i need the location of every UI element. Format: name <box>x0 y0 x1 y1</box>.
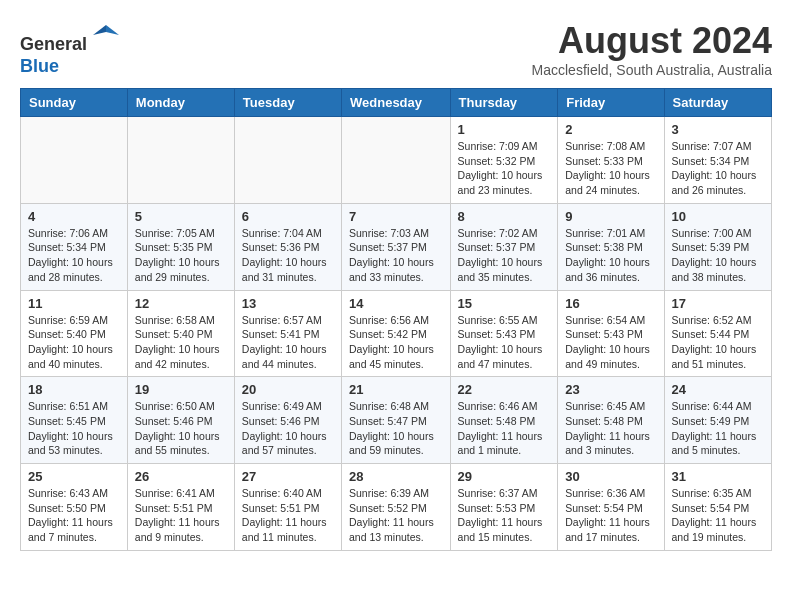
day-info: Sunrise: 7:00 AMSunset: 5:39 PMDaylight:… <box>672 226 764 285</box>
day-number: 21 <box>349 382 443 397</box>
day-number: 24 <box>672 382 764 397</box>
calendar-cell: 11Sunrise: 6:59 AMSunset: 5:40 PMDayligh… <box>21 290 128 377</box>
day-info: Sunrise: 7:02 AMSunset: 5:37 PMDaylight:… <box>458 226 551 285</box>
location-subtitle: Macclesfield, South Australia, Australia <box>532 62 772 78</box>
day-info: Sunrise: 6:45 AMSunset: 5:48 PMDaylight:… <box>565 399 656 458</box>
calendar-cell: 25Sunrise: 6:43 AMSunset: 5:50 PMDayligh… <box>21 464 128 551</box>
day-number: 3 <box>672 122 764 137</box>
calendar-cell: 26Sunrise: 6:41 AMSunset: 5:51 PMDayligh… <box>127 464 234 551</box>
month-year-title: August 2024 <box>532 20 772 62</box>
day-info: Sunrise: 6:35 AMSunset: 5:54 PMDaylight:… <box>672 486 764 545</box>
day-info: Sunrise: 6:59 AMSunset: 5:40 PMDaylight:… <box>28 313 120 372</box>
calendar-cell: 19Sunrise: 6:50 AMSunset: 5:46 PMDayligh… <box>127 377 234 464</box>
day-number: 17 <box>672 296 764 311</box>
svg-marker-1 <box>93 25 106 35</box>
svg-marker-0 <box>106 25 119 35</box>
calendar-cell <box>21 117 128 204</box>
calendar-cell: 6Sunrise: 7:04 AMSunset: 5:36 PMDaylight… <box>234 203 341 290</box>
day-number: 10 <box>672 209 764 224</box>
calendar-cell: 29Sunrise: 6:37 AMSunset: 5:53 PMDayligh… <box>450 464 558 551</box>
day-number: 6 <box>242 209 334 224</box>
week-row-1: 1Sunrise: 7:09 AMSunset: 5:32 PMDaylight… <box>21 117 772 204</box>
day-info: Sunrise: 6:43 AMSunset: 5:50 PMDaylight:… <box>28 486 120 545</box>
day-number: 26 <box>135 469 227 484</box>
day-info: Sunrise: 6:54 AMSunset: 5:43 PMDaylight:… <box>565 313 656 372</box>
calendar-cell: 18Sunrise: 6:51 AMSunset: 5:45 PMDayligh… <box>21 377 128 464</box>
day-number: 19 <box>135 382 227 397</box>
calendar-table: SundayMondayTuesdayWednesdayThursdayFrid… <box>20 88 772 551</box>
calendar-cell <box>234 117 341 204</box>
weekday-header-thursday: Thursday <box>450 89 558 117</box>
calendar-cell: 5Sunrise: 7:05 AMSunset: 5:35 PMDaylight… <box>127 203 234 290</box>
title-section: August 2024 Macclesfield, South Australi… <box>532 20 772 78</box>
week-row-5: 25Sunrise: 6:43 AMSunset: 5:50 PMDayligh… <box>21 464 772 551</box>
calendar-cell: 2Sunrise: 7:08 AMSunset: 5:33 PMDaylight… <box>558 117 664 204</box>
calendar-cell: 21Sunrise: 6:48 AMSunset: 5:47 PMDayligh… <box>342 377 451 464</box>
calendar-cell: 31Sunrise: 6:35 AMSunset: 5:54 PMDayligh… <box>664 464 771 551</box>
logo-blue: Blue <box>20 56 59 76</box>
calendar-cell: 13Sunrise: 6:57 AMSunset: 5:41 PMDayligh… <box>234 290 341 377</box>
day-info: Sunrise: 6:56 AMSunset: 5:42 PMDaylight:… <box>349 313 443 372</box>
calendar-cell: 16Sunrise: 6:54 AMSunset: 5:43 PMDayligh… <box>558 290 664 377</box>
weekday-header-row: SundayMondayTuesdayWednesdayThursdayFrid… <box>21 89 772 117</box>
calendar-cell: 28Sunrise: 6:39 AMSunset: 5:52 PMDayligh… <box>342 464 451 551</box>
day-number: 12 <box>135 296 227 311</box>
day-info: Sunrise: 6:44 AMSunset: 5:49 PMDaylight:… <box>672 399 764 458</box>
day-number: 4 <box>28 209 120 224</box>
weekday-header-wednesday: Wednesday <box>342 89 451 117</box>
calendar-cell: 10Sunrise: 7:00 AMSunset: 5:39 PMDayligh… <box>664 203 771 290</box>
logo: General Blue <box>20 20 121 77</box>
calendar-cell <box>127 117 234 204</box>
day-info: Sunrise: 6:58 AMSunset: 5:40 PMDaylight:… <box>135 313 227 372</box>
day-info: Sunrise: 6:51 AMSunset: 5:45 PMDaylight:… <box>28 399 120 458</box>
day-number: 1 <box>458 122 551 137</box>
day-number: 20 <box>242 382 334 397</box>
day-number: 27 <box>242 469 334 484</box>
calendar-cell: 4Sunrise: 7:06 AMSunset: 5:34 PMDaylight… <box>21 203 128 290</box>
day-info: Sunrise: 6:50 AMSunset: 5:46 PMDaylight:… <box>135 399 227 458</box>
day-number: 31 <box>672 469 764 484</box>
calendar-cell: 3Sunrise: 7:07 AMSunset: 5:34 PMDaylight… <box>664 117 771 204</box>
day-number: 16 <box>565 296 656 311</box>
day-info: Sunrise: 7:03 AMSunset: 5:37 PMDaylight:… <box>349 226 443 285</box>
day-number: 5 <box>135 209 227 224</box>
day-info: Sunrise: 6:49 AMSunset: 5:46 PMDaylight:… <box>242 399 334 458</box>
day-number: 28 <box>349 469 443 484</box>
day-number: 8 <box>458 209 551 224</box>
day-number: 25 <box>28 469 120 484</box>
day-info: Sunrise: 7:09 AMSunset: 5:32 PMDaylight:… <box>458 139 551 198</box>
calendar-cell: 22Sunrise: 6:46 AMSunset: 5:48 PMDayligh… <box>450 377 558 464</box>
day-info: Sunrise: 7:06 AMSunset: 5:34 PMDaylight:… <box>28 226 120 285</box>
calendar-cell: 17Sunrise: 6:52 AMSunset: 5:44 PMDayligh… <box>664 290 771 377</box>
page-header: General Blue August 2024 Macclesfield, S… <box>20 20 772 78</box>
day-info: Sunrise: 7:07 AMSunset: 5:34 PMDaylight:… <box>672 139 764 198</box>
day-number: 18 <box>28 382 120 397</box>
weekday-header-tuesday: Tuesday <box>234 89 341 117</box>
day-info: Sunrise: 7:08 AMSunset: 5:33 PMDaylight:… <box>565 139 656 198</box>
day-info: Sunrise: 6:46 AMSunset: 5:48 PMDaylight:… <box>458 399 551 458</box>
weekday-header-saturday: Saturday <box>664 89 771 117</box>
week-row-3: 11Sunrise: 6:59 AMSunset: 5:40 PMDayligh… <box>21 290 772 377</box>
day-number: 14 <box>349 296 443 311</box>
calendar-cell: 14Sunrise: 6:56 AMSunset: 5:42 PMDayligh… <box>342 290 451 377</box>
day-info: Sunrise: 7:01 AMSunset: 5:38 PMDaylight:… <box>565 226 656 285</box>
calendar-cell: 15Sunrise: 6:55 AMSunset: 5:43 PMDayligh… <box>450 290 558 377</box>
logo-general: General <box>20 34 87 54</box>
day-info: Sunrise: 6:52 AMSunset: 5:44 PMDaylight:… <box>672 313 764 372</box>
day-number: 22 <box>458 382 551 397</box>
calendar-cell: 24Sunrise: 6:44 AMSunset: 5:49 PMDayligh… <box>664 377 771 464</box>
calendar-cell <box>342 117 451 204</box>
day-info: Sunrise: 6:39 AMSunset: 5:52 PMDaylight:… <box>349 486 443 545</box>
logo-bird-icon <box>91 20 121 50</box>
day-number: 11 <box>28 296 120 311</box>
day-number: 9 <box>565 209 656 224</box>
weekday-header-monday: Monday <box>127 89 234 117</box>
day-info: Sunrise: 6:40 AMSunset: 5:51 PMDaylight:… <box>242 486 334 545</box>
calendar-cell: 20Sunrise: 6:49 AMSunset: 5:46 PMDayligh… <box>234 377 341 464</box>
day-info: Sunrise: 7:05 AMSunset: 5:35 PMDaylight:… <box>135 226 227 285</box>
day-info: Sunrise: 6:55 AMSunset: 5:43 PMDaylight:… <box>458 313 551 372</box>
calendar-cell: 23Sunrise: 6:45 AMSunset: 5:48 PMDayligh… <box>558 377 664 464</box>
day-info: Sunrise: 6:41 AMSunset: 5:51 PMDaylight:… <box>135 486 227 545</box>
weekday-header-friday: Friday <box>558 89 664 117</box>
day-info: Sunrise: 6:57 AMSunset: 5:41 PMDaylight:… <box>242 313 334 372</box>
